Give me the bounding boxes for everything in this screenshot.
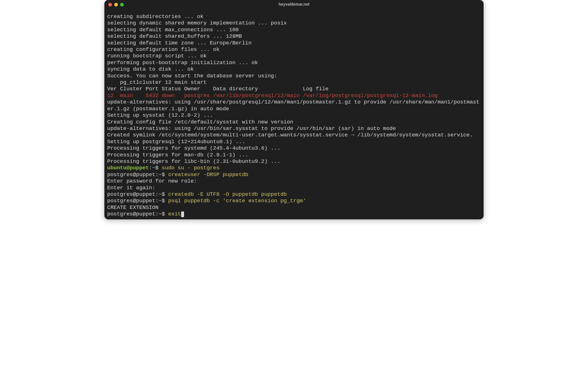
terminal-text: psql puppetdb -c 'create extension pg_tr… [168,198,306,204]
terminal-line: pg_ctlcluster 12 main start [107,79,481,86]
terminal-text: creating configuration files ... ok [107,46,219,53]
terminal-text: update-alternatives: using /usr/bin/sar.… [107,125,396,132]
terminal-text: Setting up sysstat (12.2.0-2) ... [107,112,213,118]
terminal-line: Processing triggers for libc-bin (2.31-0… [107,158,481,165]
terminal-text: selecting default shared_buffers ... 128… [107,33,242,39]
terminal-text: Created symlink /etc/systemd/system/mult… [107,132,473,138]
terminal-line: selecting default max_connections ... 10… [107,27,481,33]
terminal-text: Ver Cluster Port Status Owner Data direc… [107,86,329,92]
terminal-text: Setting up postgresql (12+214ubuntu0.1) … [107,139,245,145]
maximize-button[interactable] [120,3,124,6]
terminal-text: selecting default max_connections ... 10… [107,27,239,33]
terminal-line: Processing triggers for systemd (245.4-4… [107,145,481,152]
terminal-line: performing post-bootstrap initialization… [107,60,481,66]
terminal-line: Processing triggers for man-db (2.9.1-1)… [107,152,481,158]
terminal-line: Success. You can now start the database … [107,73,481,79]
terminal-text: exit [168,211,181,217]
terminal-text: Processing triggers for systemd (245.4-4… [107,145,280,151]
terminal-line: Setting up postgresql (12+214ubuntu0.1) … [107,139,481,145]
terminal-line: syncing data to disk ... ok [107,66,481,73]
terminal-text: Creating config file /etc/default/syssta… [107,119,293,125]
terminal-viewport[interactable]: creating subdirectories ... okselecting … [104,9,484,219]
terminal-line: Ver Cluster Port Status Owner Data direc… [107,86,481,92]
terminal-window: heyvaldemar.net creating subdirectories … [104,0,484,219]
terminal-line: Creating config file /etc/default/syssta… [107,119,481,125]
terminal-text: Processing triggers for libc-bin (2.31-0… [107,158,280,165]
terminal-text: : [149,165,152,171]
terminal-line: running bootstrap script ... ok [107,53,481,59]
terminal-line: 12 main 5432 down postgres /var/lib/post… [107,93,481,99]
minimize-button[interactable] [114,3,118,6]
terminal-text: postgres@puppet:~$ [107,211,168,217]
terminal-text: selecting dynamic shared memory implemen… [107,20,287,26]
terminal-text: ubuntu@puppet [107,165,149,171]
terminal-text: $ [155,165,162,171]
terminal-text: sudo su - postgres [162,165,219,171]
terminal-line: postgres@puppet:~$ createuser -DRSP pupp… [107,172,481,178]
terminal-text: Processing triggers for man-db (2.9.1-1)… [107,152,248,158]
cursor [181,212,184,217]
terminal-text: selecting default time zone ... Europe/B… [107,40,252,46]
terminal-line: update-alternatives: using /usr/bin/sar.… [107,125,481,132]
terminal-text: postgres@puppet:~$ [107,191,168,197]
terminal-text: 12 main 5432 down postgres /var/lib/post… [107,93,437,99]
terminal-text: postgres@puppet:~$ [107,172,168,178]
terminal-text: pg_ctlcluster 12 main start [107,79,207,86]
terminal-line: update-alternatives: using /usr/share/po… [107,99,481,112]
terminal-text: creating subdirectories ... ok [107,14,203,20]
terminal-text: syncing data to disk ... ok [107,66,194,72]
terminal-line: CREATE EXTENSION [107,204,481,211]
terminal-line: selecting default shared_buffers ... 128… [107,33,481,40]
terminal-line: ubuntu@puppet:~$ sudo su - postgres [107,165,481,171]
terminal-text: CREATE EXTENSION [107,204,158,211]
terminal-line: postgres@puppet:~$ psql puppetdb -c 'cre… [107,198,481,204]
terminal-line: creating subdirectories ... ok [107,14,481,20]
terminal-text: Success. You can now start the database … [107,73,277,79]
terminal-text: update-alternatives: using /usr/share/po… [107,99,479,112]
close-button[interactable] [108,3,112,6]
terminal-text: postgres@puppet:~$ [107,198,168,204]
terminal-text: createuser -DRSP puppetdb [168,172,248,178]
window-controls [108,3,124,6]
terminal-line: Setting up sysstat (12.2.0-2) ... [107,112,481,119]
terminal-text: Enter password for new role: [107,178,197,184]
terminal-text: Enter it again: [107,185,155,191]
terminal-line: selecting dynamic shared memory implemen… [107,20,481,26]
terminal-text: createdb -E UTF8 -O puppetdb puppetdb [168,191,287,197]
window-title: heyvaldemar.net [104,1,484,8]
terminal-line: Enter password for new role: [107,178,481,184]
terminal-line: postgres@puppet:~$ exit [107,211,481,217]
terminal-line: postgres@puppet:~$ createdb -E UTF8 -O p… [107,191,481,198]
terminal-line: Created symlink /etc/systemd/system/mult… [107,132,481,138]
terminal-line: Enter it again: [107,185,481,191]
terminal-line: selecting default time zone ... Europe/B… [107,40,481,46]
terminal-line: creating configuration files ... ok [107,46,481,53]
terminal-text: performing post-bootstrap initialization… [107,60,258,66]
terminal-text: ~ [152,165,155,171]
titlebar: heyvaldemar.net [104,0,484,9]
terminal-text: running bootstrap script ... ok [107,53,207,59]
